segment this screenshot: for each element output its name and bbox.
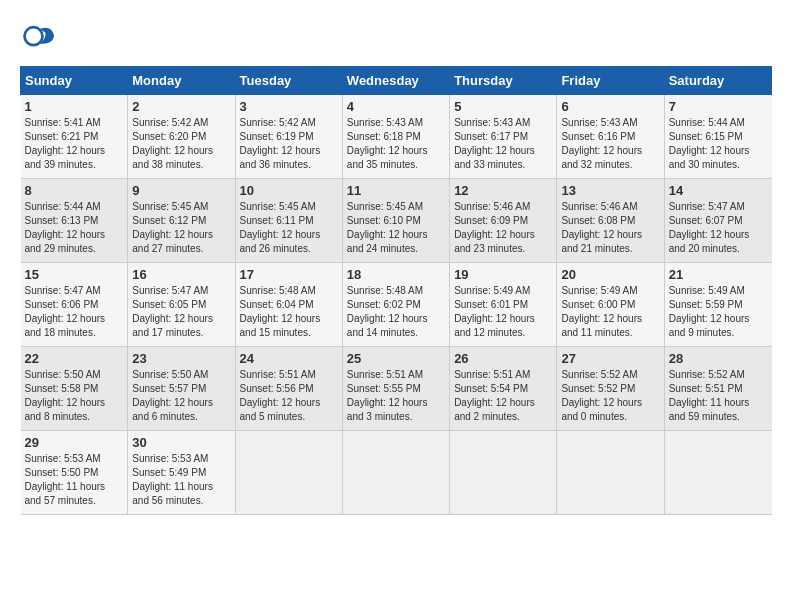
day-info: Sunrise: 5:47 AM Sunset: 6:05 PM Dayligh… (132, 284, 230, 340)
day-number: 1 (25, 99, 124, 114)
calendar-cell: 4Sunrise: 5:43 AM Sunset: 6:18 PM Daylig… (342, 95, 449, 179)
day-info: Sunrise: 5:52 AM Sunset: 5:52 PM Dayligh… (561, 368, 659, 424)
calendar-cell (557, 431, 664, 515)
day-info: Sunrise: 5:53 AM Sunset: 5:49 PM Dayligh… (132, 452, 230, 508)
calendar-cell: 23Sunrise: 5:50 AM Sunset: 5:57 PM Dayli… (128, 347, 235, 431)
day-info: Sunrise: 5:49 AM Sunset: 5:59 PM Dayligh… (669, 284, 768, 340)
day-info: Sunrise: 5:43 AM Sunset: 6:18 PM Dayligh… (347, 116, 445, 172)
col-header-friday: Friday (557, 67, 664, 95)
calendar-cell (450, 431, 557, 515)
day-number: 18 (347, 267, 445, 282)
day-number: 22 (25, 351, 124, 366)
calendar-cell: 3Sunrise: 5:42 AM Sunset: 6:19 PM Daylig… (235, 95, 342, 179)
calendar-cell: 30Sunrise: 5:53 AM Sunset: 5:49 PM Dayli… (128, 431, 235, 515)
calendar-cell: 6Sunrise: 5:43 AM Sunset: 6:16 PM Daylig… (557, 95, 664, 179)
logo (20, 20, 60, 56)
day-info: Sunrise: 5:45 AM Sunset: 6:10 PM Dayligh… (347, 200, 445, 256)
calendar-cell: 22Sunrise: 5:50 AM Sunset: 5:58 PM Dayli… (21, 347, 128, 431)
col-header-tuesday: Tuesday (235, 67, 342, 95)
day-info: Sunrise: 5:44 AM Sunset: 6:15 PM Dayligh… (669, 116, 768, 172)
day-info: Sunrise: 5:48 AM Sunset: 6:02 PM Dayligh… (347, 284, 445, 340)
day-number: 12 (454, 183, 552, 198)
calendar-cell: 14Sunrise: 5:47 AM Sunset: 6:07 PM Dayli… (664, 179, 771, 263)
header-row: SundayMondayTuesdayWednesdayThursdayFrid… (21, 67, 772, 95)
day-number: 10 (240, 183, 338, 198)
day-number: 21 (669, 267, 768, 282)
calendar-cell: 19Sunrise: 5:49 AM Sunset: 6:01 PM Dayli… (450, 263, 557, 347)
page-header (20, 20, 772, 56)
day-info: Sunrise: 5:53 AM Sunset: 5:50 PM Dayligh… (25, 452, 124, 508)
svg-point-0 (25, 27, 43, 45)
col-header-saturday: Saturday (664, 67, 771, 95)
calendar-cell: 12Sunrise: 5:46 AM Sunset: 6:09 PM Dayli… (450, 179, 557, 263)
calendar-cell: 15Sunrise: 5:47 AM Sunset: 6:06 PM Dayli… (21, 263, 128, 347)
calendar-cell: 17Sunrise: 5:48 AM Sunset: 6:04 PM Dayli… (235, 263, 342, 347)
day-number: 17 (240, 267, 338, 282)
day-info: Sunrise: 5:43 AM Sunset: 6:16 PM Dayligh… (561, 116, 659, 172)
calendar-cell: 5Sunrise: 5:43 AM Sunset: 6:17 PM Daylig… (450, 95, 557, 179)
day-info: Sunrise: 5:47 AM Sunset: 6:06 PM Dayligh… (25, 284, 124, 340)
day-info: Sunrise: 5:46 AM Sunset: 6:08 PM Dayligh… (561, 200, 659, 256)
week-row-2: 8Sunrise: 5:44 AM Sunset: 6:13 PM Daylig… (21, 179, 772, 263)
calendar-cell: 16Sunrise: 5:47 AM Sunset: 6:05 PM Dayli… (128, 263, 235, 347)
calendar-cell: 21Sunrise: 5:49 AM Sunset: 5:59 PM Dayli… (664, 263, 771, 347)
day-number: 3 (240, 99, 338, 114)
day-info: Sunrise: 5:45 AM Sunset: 6:11 PM Dayligh… (240, 200, 338, 256)
day-number: 4 (347, 99, 445, 114)
calendar-cell: 24Sunrise: 5:51 AM Sunset: 5:56 PM Dayli… (235, 347, 342, 431)
calendar-table: SundayMondayTuesdayWednesdayThursdayFrid… (20, 66, 772, 515)
week-row-5: 29Sunrise: 5:53 AM Sunset: 5:50 PM Dayli… (21, 431, 772, 515)
day-number: 5 (454, 99, 552, 114)
day-info: Sunrise: 5:52 AM Sunset: 5:51 PM Dayligh… (669, 368, 768, 424)
day-info: Sunrise: 5:41 AM Sunset: 6:21 PM Dayligh… (25, 116, 124, 172)
day-info: Sunrise: 5:42 AM Sunset: 6:19 PM Dayligh… (240, 116, 338, 172)
calendar-cell: 11Sunrise: 5:45 AM Sunset: 6:10 PM Dayli… (342, 179, 449, 263)
calendar-cell: 2Sunrise: 5:42 AM Sunset: 6:20 PM Daylig… (128, 95, 235, 179)
calendar-cell: 7Sunrise: 5:44 AM Sunset: 6:15 PM Daylig… (664, 95, 771, 179)
day-info: Sunrise: 5:51 AM Sunset: 5:56 PM Dayligh… (240, 368, 338, 424)
calendar-cell: 26Sunrise: 5:51 AM Sunset: 5:54 PM Dayli… (450, 347, 557, 431)
col-header-monday: Monday (128, 67, 235, 95)
calendar-cell: 20Sunrise: 5:49 AM Sunset: 6:00 PM Dayli… (557, 263, 664, 347)
day-number: 8 (25, 183, 124, 198)
week-row-1: 1Sunrise: 5:41 AM Sunset: 6:21 PM Daylig… (21, 95, 772, 179)
col-header-sunday: Sunday (21, 67, 128, 95)
day-number: 23 (132, 351, 230, 366)
day-number: 15 (25, 267, 124, 282)
day-info: Sunrise: 5:49 AM Sunset: 6:00 PM Dayligh… (561, 284, 659, 340)
day-number: 14 (669, 183, 768, 198)
col-header-thursday: Thursday (450, 67, 557, 95)
day-number: 28 (669, 351, 768, 366)
day-number: 9 (132, 183, 230, 198)
calendar-cell: 18Sunrise: 5:48 AM Sunset: 6:02 PM Dayli… (342, 263, 449, 347)
day-info: Sunrise: 5:49 AM Sunset: 6:01 PM Dayligh… (454, 284, 552, 340)
day-info: Sunrise: 5:46 AM Sunset: 6:09 PM Dayligh… (454, 200, 552, 256)
logo-icon (20, 20, 56, 56)
day-info: Sunrise: 5:44 AM Sunset: 6:13 PM Dayligh… (25, 200, 124, 256)
day-info: Sunrise: 5:43 AM Sunset: 6:17 PM Dayligh… (454, 116, 552, 172)
calendar-cell (235, 431, 342, 515)
col-header-wednesday: Wednesday (342, 67, 449, 95)
calendar-cell: 29Sunrise: 5:53 AM Sunset: 5:50 PM Dayli… (21, 431, 128, 515)
calendar-cell: 28Sunrise: 5:52 AM Sunset: 5:51 PM Dayli… (664, 347, 771, 431)
day-number: 20 (561, 267, 659, 282)
day-number: 19 (454, 267, 552, 282)
calendar-cell (664, 431, 771, 515)
day-number: 24 (240, 351, 338, 366)
day-number: 29 (25, 435, 124, 450)
day-info: Sunrise: 5:42 AM Sunset: 6:20 PM Dayligh… (132, 116, 230, 172)
calendar-cell: 27Sunrise: 5:52 AM Sunset: 5:52 PM Dayli… (557, 347, 664, 431)
day-number: 7 (669, 99, 768, 114)
calendar-cell (342, 431, 449, 515)
day-number: 25 (347, 351, 445, 366)
day-info: Sunrise: 5:51 AM Sunset: 5:55 PM Dayligh… (347, 368, 445, 424)
day-number: 11 (347, 183, 445, 198)
week-row-4: 22Sunrise: 5:50 AM Sunset: 5:58 PM Dayli… (21, 347, 772, 431)
day-info: Sunrise: 5:50 AM Sunset: 5:58 PM Dayligh… (25, 368, 124, 424)
calendar-cell: 9Sunrise: 5:45 AM Sunset: 6:12 PM Daylig… (128, 179, 235, 263)
day-info: Sunrise: 5:51 AM Sunset: 5:54 PM Dayligh… (454, 368, 552, 424)
day-number: 30 (132, 435, 230, 450)
day-number: 6 (561, 99, 659, 114)
day-info: Sunrise: 5:48 AM Sunset: 6:04 PM Dayligh… (240, 284, 338, 340)
day-info: Sunrise: 5:45 AM Sunset: 6:12 PM Dayligh… (132, 200, 230, 256)
